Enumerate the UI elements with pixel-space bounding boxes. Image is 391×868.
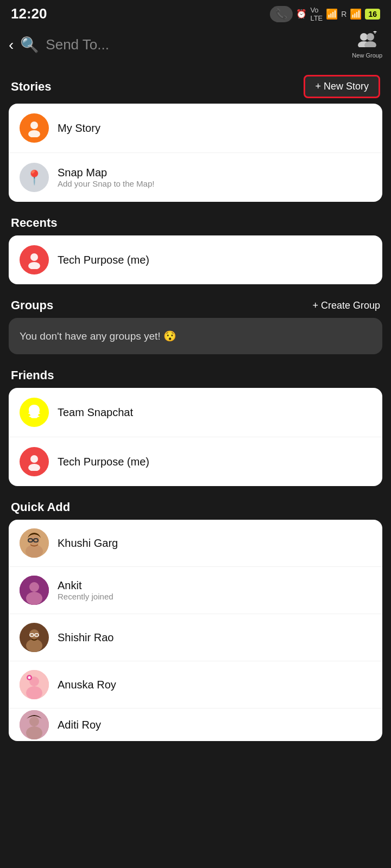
groups-section-header: Groups + Create Group [9,289,382,318]
new-story-button[interactable]: + New Story [304,75,380,98]
groups-title: Groups [11,298,53,312]
alarm-icon: ⏰ [296,9,307,19]
battery-indicator: 16 [365,9,380,20]
search-icon: 🔍 [20,36,39,54]
quick-add-card: Khushi Garg Ankit Recently joined [9,520,382,741]
svg-point-21 [29,629,39,639]
search-placeholder[interactable]: Send To... [46,36,345,53]
svg-point-18 [29,582,39,592]
aditi-avatar [20,710,49,739]
friends-title: Friends [11,368,54,382]
status-time: 12:20 [11,5,47,22]
my-story-text: My Story [58,122,100,135]
status-bar: 12:20 📞 ⏰ VoLTE 📶 R 📶 16 [0,0,391,27]
friends-tech-purpose-avatar [20,447,49,476]
stories-title: Stories [11,80,52,94]
svg-point-6 [28,130,40,137]
aditi-name: Aditi Roy [58,719,101,731]
recent-tech-purpose-item[interactable]: Tech Purpose (me) [9,235,382,284]
friends-tech-purpose-item[interactable]: Tech Purpose (me) [9,437,382,486]
svg-point-9 [30,455,38,463]
svg-point-19 [26,592,42,605]
my-story-avatar [20,113,49,143]
ankit-text: Ankit Recently joined [58,579,113,601]
svg-point-0 [360,33,368,41]
stories-section-header: Stories + New Story [9,65,382,104]
svg-point-29 [28,676,31,679]
quick-add-section-header: Quick Add [9,490,382,520]
phone-icon-pill: 📞 [270,6,293,22]
recents-title: Recents [11,216,58,230]
signal-icon: 📶 [326,8,338,20]
anuska-avatar [20,670,49,699]
svg-point-31 [29,717,39,726]
quick-add-ankit[interactable]: Ankit Recently joined [9,567,382,614]
quick-add-aditi[interactable]: Aditi Roy [9,709,382,741]
shishir-name: Shishir Rao [58,631,113,644]
team-snapchat-item[interactable]: Team Snapchat [9,388,382,437]
quick-add-khushi[interactable]: Khushi Garg [9,520,382,567]
svg-point-5 [30,122,38,129]
groups-empty-text: You don't have any groups yet! 😯 [20,330,176,342]
anuska-name: Anuska Roy [58,679,116,691]
snap-map-item[interactable]: 📍 Snap Map Add your Snap to the Map! [9,153,382,202]
my-story-item[interactable]: My Story [9,104,382,153]
khushi-text: Khushi Garg [58,537,118,550]
nav-bar: ‹ 🔍 Send To... + New Group [0,27,391,65]
create-group-button[interactable]: + Create Group [312,300,380,311]
snap-map-avatar: 📍 [20,163,49,192]
team-snapchat-text: Team Snapchat [58,406,133,419]
my-story-name: My Story [58,122,100,135]
shishir-avatar [20,623,49,652]
new-group-label: New Group [352,52,382,59]
back-button[interactable]: ‹ [9,36,14,54]
r-icon: R [341,10,346,18]
khushi-name: Khushi Garg [58,537,118,550]
svg-point-10 [28,464,40,471]
ankit-name: Ankit [58,579,113,592]
vo-icon: VoLTE [310,6,323,22]
team-snapchat-name: Team Snapchat [58,406,133,419]
aditi-text: Aditi Roy [58,719,101,731]
svg-point-13 [26,545,43,558]
new-group-icon: + [357,31,377,51]
team-snapchat-avatar [20,398,49,427]
signal2-icon: 📶 [350,8,362,20]
svg-point-22 [26,639,42,652]
svg-point-27 [26,686,42,699]
recents-section-header: Recents [9,206,382,235]
svg-text:+: + [373,31,377,36]
snap-map-sub: Add your Snap to the Map! [58,179,154,188]
ankit-avatar [20,576,49,605]
shishir-text: Shishir Rao [58,631,113,644]
friends-tech-purpose-name: Tech Purpose (me) [58,456,149,468]
quick-add-shishir[interactable]: Shishir Rao [9,614,382,661]
svg-point-32 [26,726,42,739]
recent-tech-purpose-name: Tech Purpose (me) [58,254,149,266]
friends-card: Team Snapchat Tech Purpose (me) [9,388,382,486]
snap-map-name: Snap Map [58,167,154,179]
khushi-avatar [20,528,49,558]
location-pin-icon: 📍 [26,169,43,186]
new-group-button[interactable]: + New Group [352,31,382,59]
phone-icon: 📞 [275,8,287,20]
recent-tech-purpose-text: Tech Purpose (me) [58,254,149,266]
friends-section-header: Friends [9,359,382,388]
recent-tech-purpose-avatar [20,245,49,275]
ankit-sub: Recently joined [58,592,113,601]
content-area: Stories + New Story My Story 📍 Snap Map … [0,65,391,741]
stories-card: My Story 📍 Snap Map Add your Snap to the… [9,104,382,202]
quick-add-anuska[interactable]: Anuska Roy [9,661,382,709]
svg-point-7 [30,253,38,261]
svg-point-8 [28,262,40,269]
recents-card: Tech Purpose (me) [9,235,382,284]
anuska-text: Anuska Roy [58,679,116,691]
quick-add-title: Quick Add [11,500,70,514]
status-icons: 📞 ⏰ VoLTE 📶 R 📶 16 [270,6,380,22]
snap-map-text: Snap Map Add your Snap to the Map! [58,167,154,188]
friends-tech-purpose-text: Tech Purpose (me) [58,456,149,468]
groups-empty-state: You don't have any groups yet! 😯 [9,318,382,354]
